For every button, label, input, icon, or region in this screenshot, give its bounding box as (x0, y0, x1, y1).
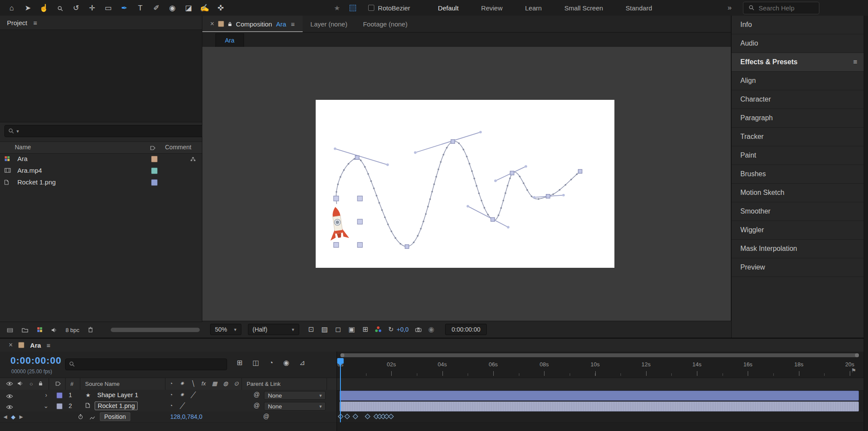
label-column-icon[interactable] (150, 145, 155, 151)
toggle-mask-visibility-button[interactable]: ◻ (335, 326, 341, 333)
project-media-icon[interactable] (51, 326, 57, 334)
close-icon[interactable]: × (210, 20, 214, 28)
label-color-chip[interactable] (151, 168, 158, 174)
project-item-ara[interactable]: Ara (0, 153, 202, 165)
parent-pickwhip-icon[interactable]: @ (254, 402, 260, 409)
comp-marker-button[interactable]: ⚑ (851, 367, 856, 374)
close-icon[interactable]: × (9, 341, 13, 349)
project-search-input[interactable] (22, 127, 200, 135)
property-value[interactable]: 128,0,784,0 (170, 413, 202, 420)
color-depth-toggle[interactable]: 8 bpc (66, 327, 79, 333)
path-keyframe-squares[interactable] (355, 140, 582, 249)
add-keyframe-icon[interactable]: ◆ (11, 414, 15, 420)
property-row-position[interactable]: ◀ ◆ ▶ Position 128,0,784,0 @ (0, 411, 337, 423)
pan-behind-tool[interactable]: ✛ (87, 4, 97, 12)
switch-icon[interactable]: ◔ (168, 402, 174, 409)
timeline-search-field[interactable] (65, 359, 227, 370)
rotobezier-checkbox[interactable] (368, 5, 374, 11)
layer-duration-bar-2[interactable] (340, 401, 859, 411)
motion-blur-button[interactable]: ◉ (283, 359, 289, 366)
composition-canvas[interactable] (316, 100, 614, 268)
toggle-transparency-grid-button[interactable]: ▨ (321, 326, 328, 333)
time-navigator-bar[interactable] (340, 353, 859, 357)
switch-icon[interactable]: ╱ (190, 392, 195, 398)
rotobezier-toggle[interactable]: RotoBezier (368, 4, 410, 12)
workspace-review[interactable]: Review (481, 4, 502, 12)
exposure-control[interactable]: ↻ +0,0 (388, 326, 409, 333)
bezier-handle-ends[interactable] (334, 131, 565, 228)
panel-menu-icon[interactable]: ≡ (33, 19, 37, 26)
shape-tool[interactable]: ▭ (103, 4, 113, 12)
choose-grid-and-guides-button[interactable]: ⊡ (308, 326, 314, 333)
next-keyframe-icon[interactable]: ▶ (19, 414, 23, 420)
project-item-ara-mp4[interactable]: Ara.mp4 (0, 165, 202, 176)
panel-tab-align[interactable]: Align (732, 72, 864, 90)
new-composition-icon[interactable] (37, 326, 43, 334)
layer-duration-bar-1[interactable] (340, 391, 859, 401)
collapse-arrow-icon[interactable]: ⌄ (43, 402, 49, 409)
switch-icon[interactable]: ✷ (179, 380, 185, 387)
project-search-field[interactable]: ▾ (4, 125, 204, 137)
visibility-toggle[interactable] (6, 404, 13, 411)
parent-select[interactable]: None ▾ (264, 402, 326, 411)
show-snapshot-icon[interactable]: ◉ (428, 326, 434, 333)
layer-color-chip[interactable] (56, 403, 63, 409)
snapshot-icon[interactable] (415, 326, 422, 333)
switch-icon[interactable]: ✷ (179, 392, 185, 398)
layer-name[interactable]: Rocket 1.png (95, 401, 138, 410)
magnification-select[interactable]: 50% ▾ (210, 324, 241, 335)
graph-icon[interactable] (89, 415, 95, 421)
switch-icon[interactable]: ⊙ (234, 380, 239, 387)
puppet-pin-tool[interactable]: ✜ (216, 4, 225, 12)
clone-stamp-tool[interactable]: ◉ (168, 4, 177, 12)
eraser-tool[interactable]: ◪ (184, 4, 193, 12)
hide-shy-layers-button[interactable]: ◫ (252, 359, 259, 366)
stopwatch-icon[interactable] (78, 414, 83, 421)
parent-link-column[interactable]: Parent & Link (247, 381, 281, 387)
selection-tool[interactable]: ➤ (23, 4, 33, 12)
help-search-input[interactable] (758, 4, 814, 12)
horizontal-scrollbar[interactable] (111, 328, 200, 332)
panel-tab-mask-interpolation[interactable]: Mask Interpolation (732, 240, 864, 258)
panel-tab-info[interactable]: Info (732, 16, 864, 34)
previous-keyframe-icon[interactable]: ◀ (3, 414, 7, 420)
switch-icon[interactable]: ◔ (168, 392, 174, 398)
switch-icon[interactable]: ◍ (223, 380, 228, 387)
color-management-button[interactable] (375, 326, 382, 332)
panel-tab-preview[interactable]: Preview (732, 258, 864, 277)
timeline-search-input[interactable] (77, 360, 223, 368)
column-comment[interactable]: Comment (165, 144, 191, 151)
lock-icon[interactable] (228, 20, 232, 28)
keyframe-diamond[interactable] (344, 414, 350, 419)
switch-icon[interactable]: fx (201, 380, 206, 387)
label-color-chip[interactable] (151, 179, 158, 186)
source-name-column[interactable]: Source Name (85, 381, 119, 387)
layer-color-chip[interactable] (56, 392, 63, 398)
panel-menu-icon[interactable]: ≡ (46, 342, 50, 349)
keyframe-diamond[interactable] (365, 414, 370, 419)
panel-tab-audio[interactable]: Audio (732, 34, 864, 53)
rocket-layer-image[interactable] (326, 206, 349, 240)
timeline-tab-label[interactable]: Ara (30, 342, 41, 349)
panel-tab-smoother[interactable]: Smoother (732, 202, 864, 221)
graph-editor-button[interactable]: ⊿ (299, 359, 305, 366)
panel-tab-paint[interactable]: Paint (732, 146, 864, 165)
region-of-interest-button[interactable]: ▣ (348, 326, 355, 333)
property-pickwhip-icon[interactable]: @ (263, 413, 269, 420)
switch-icon[interactable]: ◔ (168, 380, 174, 387)
preview-time-indicator[interactable]: 0:00:00:00 (445, 324, 487, 335)
bezier-handle-lines[interactable] (335, 132, 564, 227)
workspace-default[interactable]: Default (438, 4, 459, 12)
search-options-caret[interactable]: ▾ (17, 128, 19, 134)
pixel-aspect-correction-button[interactable]: ⊞ (363, 326, 368, 333)
composition-mini-flowchart-button[interactable]: ⊞ (237, 359, 242, 366)
layer-row-rocket-1-png[interactable]: ⌄ 2 Rocket 1.png ◔╱ @ None ▾ (0, 401, 337, 412)
brush-tool[interactable]: ✐ (152, 4, 161, 12)
frame-blending-button[interactable]: ◔ (269, 359, 274, 366)
workspace-overflow-button[interactable]: » (728, 3, 732, 12)
layer-row-shape-layer-1[interactable]: › 1 ★ Shape Layer 1 ◔✷╱ @ None ▾ (0, 390, 337, 401)
home-tool[interactable]: ⌂ (7, 4, 17, 12)
roto-brush-tool[interactable]: ✍ (200, 4, 209, 12)
panel-menu-icon[interactable]: ≡ (853, 58, 857, 66)
switch-icon[interactable]: ╲ (190, 380, 195, 387)
